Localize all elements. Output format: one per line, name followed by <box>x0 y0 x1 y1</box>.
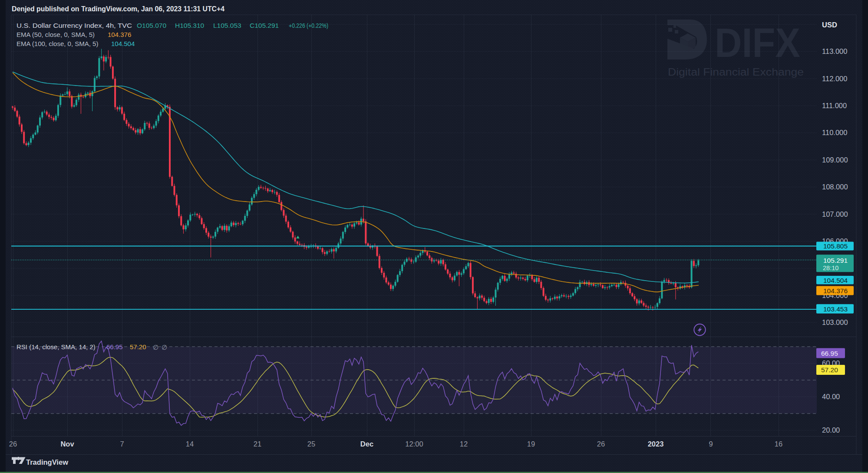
svg-text:Denjed published on TradingVie: Denjed published on TradingView.com, Jan… <box>12 5 225 13</box>
svg-text:∅: ∅ <box>153 344 158 351</box>
svg-text:104.376: 104.376 <box>108 31 131 38</box>
svg-text:103.453: 103.453 <box>823 305 848 313</box>
svg-text:U.S. Dollar Currency Index, 4h: U.S. Dollar Currency Index, 4h, TVC <box>17 22 132 29</box>
svg-text:25: 25 <box>307 440 315 448</box>
svg-text:105.805: 105.805 <box>823 242 848 250</box>
svg-text:Digital Financial Exchange: Digital Financial Exchange <box>668 66 804 78</box>
svg-text:20.00: 20.00 <box>822 426 840 434</box>
svg-text:12:00: 12:00 <box>405 440 423 448</box>
svg-text:104.504: 104.504 <box>111 40 135 47</box>
svg-text:21: 21 <box>254 440 261 448</box>
svg-text:104.376: 104.376 <box>823 287 848 294</box>
svg-text:109.000: 109.000 <box>822 156 848 164</box>
svg-text:113.000: 113.000 <box>822 47 847 55</box>
svg-text:Nov: Nov <box>60 440 74 448</box>
svg-text:111.000: 111.000 <box>822 102 847 109</box>
svg-text:66.95: 66.95 <box>821 350 838 357</box>
svg-text:57.20: 57.20 <box>821 366 838 374</box>
svg-text:+0.226 (+0.22%): +0.226 (+0.22%) <box>289 22 328 29</box>
svg-text:19: 19 <box>527 440 535 448</box>
svg-text:7: 7 <box>120 440 124 448</box>
svg-text:57.20: 57.20 <box>130 343 146 351</box>
svg-text:9: 9 <box>709 440 713 448</box>
svg-text:12: 12 <box>460 440 468 448</box>
svg-text:2023: 2023 <box>648 440 664 448</box>
svg-text:112.000: 112.000 <box>822 75 847 83</box>
svg-text:26: 26 <box>9 440 17 448</box>
svg-text:108.000: 108.000 <box>822 183 848 191</box>
svg-text:EMA (100, close, 0, SMA, 5): EMA (100, close, 0, SMA, 5) <box>17 40 98 47</box>
svg-text:103.000: 103.000 <box>822 318 848 326</box>
svg-text:40.00: 40.00 <box>822 393 840 400</box>
svg-text:16: 16 <box>775 440 782 448</box>
svg-text:105.291: 105.291 <box>823 257 848 264</box>
svg-text:C105.291: C105.291 <box>250 22 279 29</box>
svg-text:26: 26 <box>597 440 605 448</box>
svg-text:66.95: 66.95 <box>106 343 123 351</box>
svg-text:28:10: 28:10 <box>823 265 838 271</box>
svg-text:L105.053: L105.053 <box>213 22 241 29</box>
svg-text:USD: USD <box>822 21 837 29</box>
svg-text:DIFX: DIFX <box>715 20 800 66</box>
svg-text:14: 14 <box>186 440 194 448</box>
svg-text:RSI (14, close, SMA, 14, 2): RSI (14, close, SMA, 14, 2) <box>17 343 96 351</box>
svg-text:107.000: 107.000 <box>822 210 848 218</box>
svg-text:EMA (50, close, 0, SMA, 5): EMA (50, close, 0, SMA, 5) <box>17 31 95 38</box>
svg-text:H105.310: H105.310 <box>175 22 205 29</box>
svg-text:Dec: Dec <box>360 440 373 448</box>
svg-text:104.504: 104.504 <box>823 277 848 284</box>
svg-text:TradingView: TradingView <box>26 458 69 466</box>
svg-text:∅: ∅ <box>162 344 167 351</box>
svg-text:110.000: 110.000 <box>822 129 847 136</box>
svg-text:O105.070: O105.070 <box>137 22 166 29</box>
